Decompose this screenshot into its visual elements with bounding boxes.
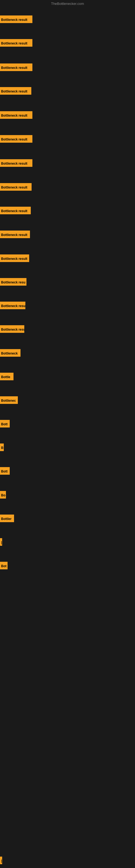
bottleneck-label: Bottleneck: [0, 349, 20, 357]
bottleneck-label: Bottleneck result: [0, 183, 32, 191]
bottleneck-label: Bottleneck resu: [0, 325, 24, 333]
bottleneck-label: Bottleneck resu: [0, 302, 26, 309]
bottleneck-label: Bottleneck result: [0, 159, 32, 167]
bottleneck-label: Bottleneck result: [0, 207, 31, 214]
bottleneck-label: Bottleneck result: [0, 39, 32, 46]
bottleneck-label: B: [0, 443, 4, 451]
bottleneck-label: Bottleneck result: [0, 16, 32, 23]
bottleneck-label: Bottleneck result: [0, 254, 29, 262]
bottleneck-label: Bott: [0, 467, 10, 475]
bottleneck-label: Bottleneck result: [0, 63, 32, 71]
bottleneck-label: Bottleneck result: [0, 87, 31, 95]
bottleneck-label: Bottleneck result: [0, 230, 30, 238]
site-title: TheBottlenecker.com: [0, 2, 135, 6]
bottleneck-label: |: [0, 857, 2, 864]
bottleneck-label: Bottlenec: [0, 396, 18, 404]
bottleneck-label: Bot: [0, 562, 8, 569]
bottleneck-label: |: [0, 538, 2, 546]
bottleneck-label: Bo: [0, 491, 6, 499]
bottleneck-label: Bottleneck resu: [0, 278, 27, 286]
bottleneck-label: Bottleneck result: [0, 135, 32, 143]
bottleneck-label: Bottler: [0, 515, 14, 522]
bottleneck-label: Bottle: [0, 373, 13, 380]
bottleneck-label: Bottleneck result: [0, 111, 32, 119]
bottleneck-label: Bott: [0, 420, 10, 428]
